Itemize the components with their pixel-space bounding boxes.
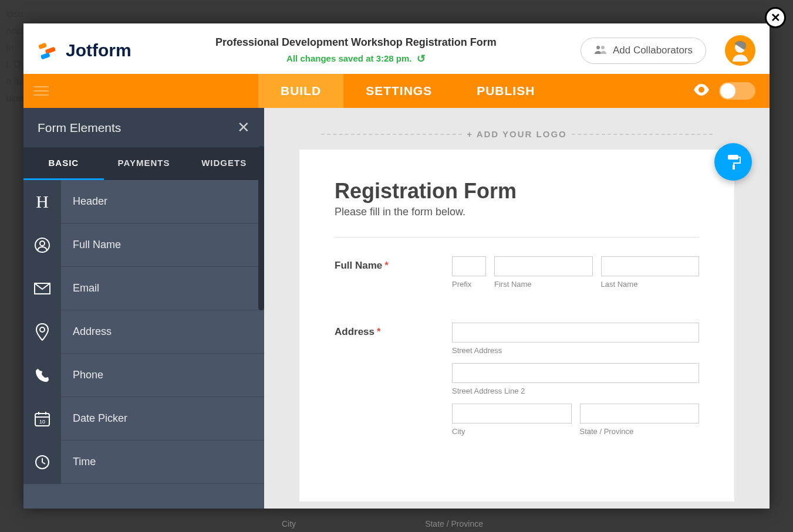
form-title[interactable]: Professional Development Workshop Regist… xyxy=(143,36,569,49)
element-datepicker[interactable]: 10 Date Picker xyxy=(23,397,264,440)
user-avatar[interactable] xyxy=(725,35,755,66)
element-header[interactable]: H Header xyxy=(23,180,264,223)
street2-sublabel: Street Address Line 2 xyxy=(452,387,699,395)
svg-rect-1 xyxy=(45,47,56,55)
main-area: Form Elements ✕ BASIC PAYMENTS WIDGETS H… xyxy=(23,108,770,509)
required-mark: * xyxy=(377,326,381,337)
modal-close-button[interactable]: ✕ xyxy=(765,7,786,28)
sidebar-close-icon[interactable]: ✕ xyxy=(237,118,250,137)
jotform-logo-icon xyxy=(38,39,60,62)
form-card: Registration Form Please fill in the for… xyxy=(299,150,734,501)
svg-rect-20 xyxy=(728,155,738,160)
phone-icon xyxy=(23,354,61,397)
svg-point-3 xyxy=(596,46,600,49)
element-phone[interactable]: Phone xyxy=(23,354,264,397)
close-icon: ✕ xyxy=(771,11,781,25)
state-sublabel: State / Province xyxy=(580,427,700,436)
header-icon: H xyxy=(23,180,61,223)
sidebar-title: Form Elements xyxy=(38,121,121,135)
sidebar-scrollbar[interactable] xyxy=(258,146,264,310)
firstname-sublabel: First Name xyxy=(494,280,593,289)
sidebar-tab-widgets[interactable]: WIDGETS xyxy=(184,147,264,180)
element-fullname[interactable]: Full Name xyxy=(23,223,264,267)
preview-toggle[interactable] xyxy=(719,82,755,100)
brand-logo[interactable]: Jotform xyxy=(38,39,131,62)
lastname-input[interactable] xyxy=(601,256,700,276)
street-input[interactable] xyxy=(452,323,699,343)
hamburger-menu[interactable] xyxy=(23,74,59,108)
element-label: Address xyxy=(61,326,264,338)
svg-point-9 xyxy=(40,241,45,246)
address-inputs: Street Address Street Address Line 2 Cit… xyxy=(452,323,699,444)
form-subheading[interactable]: Please fill in the form below. xyxy=(335,206,699,218)
city-input[interactable] xyxy=(452,404,572,423)
form-canvas: + ADD YOUR LOGO Registration Form Please… xyxy=(264,108,770,509)
state-input[interactable] xyxy=(580,404,700,423)
street-sublabel: Street Address xyxy=(452,346,699,355)
brand-name: Jotform xyxy=(66,40,131,60)
form-heading[interactable]: Registration Form xyxy=(335,179,699,204)
element-label: Header xyxy=(61,195,264,208)
undo-icon[interactable]: ↺ xyxy=(417,52,426,65)
collaborators-icon xyxy=(594,44,607,57)
svg-text:10: 10 xyxy=(39,419,45,425)
save-status: All changes saved at 3:28 pm. ↺ xyxy=(286,52,425,65)
sidebar-tabs: BASIC PAYMENTS WIDGETS xyxy=(23,147,264,180)
svg-line-19 xyxy=(42,462,45,464)
label-text: Address xyxy=(335,326,374,337)
bg-city: City xyxy=(282,519,296,528)
svg-point-7 xyxy=(698,87,704,93)
city-sublabel: City xyxy=(452,427,572,436)
element-label: Email xyxy=(61,282,264,294)
background-footer-row: City State / Province xyxy=(0,513,483,528)
required-mark: * xyxy=(384,260,389,271)
modal-window: Jotform Professional Development Worksho… xyxy=(23,23,770,509)
tab-publish[interactable]: PUBLISH xyxy=(454,74,557,108)
sidebar-tab-basic[interactable]: BASIC xyxy=(23,147,104,180)
fullname-label: Full Name* xyxy=(335,256,440,297)
firstname-input[interactable] xyxy=(494,256,593,276)
clock-icon xyxy=(23,440,61,484)
street2-input[interactable] xyxy=(452,363,699,383)
theme-paint-button[interactable] xyxy=(714,143,752,181)
main-navbar: BUILD SETTINGS PUBLISH xyxy=(23,74,770,108)
element-label: Date Picker xyxy=(61,412,264,425)
preview-icon[interactable] xyxy=(693,83,710,99)
prefix-input[interactable] xyxy=(452,256,486,276)
element-label: Time xyxy=(61,456,264,468)
form-elements-sidebar: Form Elements ✕ BASIC PAYMENTS WIDGETS H… xyxy=(23,108,264,509)
bg-state: State / Province xyxy=(425,519,483,528)
nav-tabs: BUILD SETTINGS PUBLISH xyxy=(258,74,557,108)
element-time[interactable]: Time xyxy=(23,440,264,484)
tab-build[interactable]: BUILD xyxy=(258,74,343,108)
field-address[interactable]: Address* Street Address Street Address L… xyxy=(335,323,699,444)
save-status-text: All changes saved at 3:28 pm. xyxy=(286,53,411,63)
element-address[interactable]: Address xyxy=(23,310,264,354)
pin-icon xyxy=(23,310,61,354)
element-label: Phone xyxy=(61,369,264,381)
fullname-inputs: Prefix First Name Last Name xyxy=(452,256,699,297)
field-fullname[interactable]: Full Name* Prefix First Name xyxy=(335,256,699,297)
add-collaborators-button[interactable]: Add Collaborators xyxy=(581,38,706,64)
user-icon xyxy=(23,223,61,267)
svg-point-4 xyxy=(601,46,605,49)
sidebar-header: Form Elements ✕ xyxy=(23,108,264,147)
add-logo-label: + ADD YOUR LOGO xyxy=(467,129,566,139)
element-email[interactable]: Email xyxy=(23,267,264,310)
svg-point-11 xyxy=(40,327,45,332)
add-logo-dropzone[interactable]: + ADD YOUR LOGO xyxy=(264,126,770,150)
divider xyxy=(335,237,699,238)
svg-rect-21 xyxy=(733,165,735,170)
label-text: Full Name xyxy=(335,260,382,271)
title-area: Professional Development Workshop Regist… xyxy=(143,36,569,65)
sidebar-tab-payments[interactable]: PAYMENTS xyxy=(104,147,184,180)
svg-rect-0 xyxy=(38,43,47,50)
calendar-icon: 10 xyxy=(23,397,61,440)
lastname-sublabel: Last Name xyxy=(601,280,700,289)
prefix-sublabel: Prefix xyxy=(452,280,486,289)
mail-icon xyxy=(23,267,61,310)
svg-rect-2 xyxy=(41,52,50,59)
collab-label: Add Collaborators xyxy=(613,45,693,56)
paint-roller-icon xyxy=(724,153,742,171)
tab-settings[interactable]: SETTINGS xyxy=(343,74,454,108)
